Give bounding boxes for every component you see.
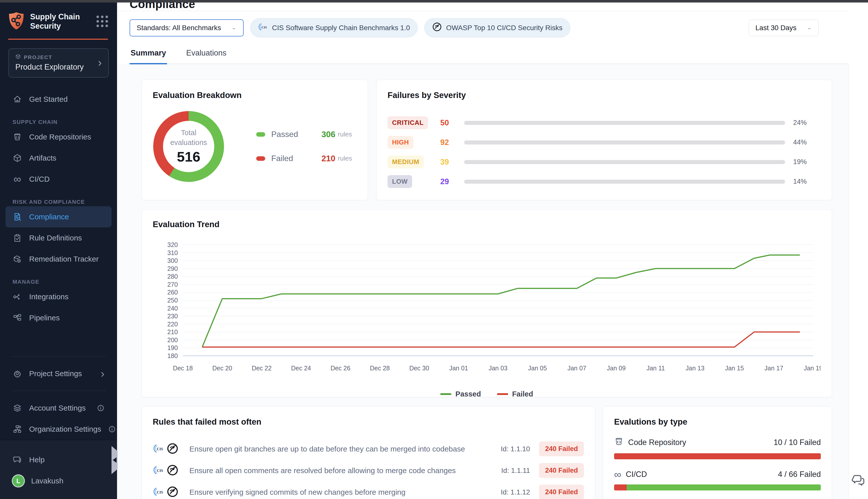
sidebar-item-artifacts[interactable]: Artifacts (5, 147, 112, 169)
svg-text:250: 250 (167, 297, 178, 304)
sidebar-item-help[interactable]: Help (5, 449, 112, 470)
svg-text:Dec 26: Dec 26 (331, 365, 350, 372)
cis-logo-icon: CIS (153, 464, 164, 477)
help-chat-icon (13, 455, 22, 465)
pipelines-icon (13, 313, 22, 322)
cis-logo-icon: CIS (153, 486, 164, 499)
evalutions-by-type-card: Evalutions by type Code Repository (603, 406, 832, 499)
card-title: Evaluation Trend (153, 220, 821, 229)
svg-text:Jan 17: Jan 17 (765, 365, 783, 372)
sidebar-item-cicd[interactable]: ∞ CI/CD (5, 169, 112, 190)
severity-row-low: LOW 29 14% (387, 172, 821, 192)
severity-count: 50 (440, 118, 464, 127)
svg-text:Jan 13: Jan 13 (686, 365, 705, 372)
page-header: Compliance (117, 2, 849, 11)
failed-count-badge: 240 Failed (539, 485, 584, 499)
trend-legend: Passed Failed (153, 390, 821, 398)
project-eyebrow: PROJECT (24, 54, 52, 60)
severity-rows: CRITICAL 50 24% HIGH 92 44% MEDIUM (387, 113, 821, 192)
evaluation-breakdown-donut: Total evaluations 516 (153, 111, 224, 182)
sidebar-item-pipelines[interactable]: Pipelines (5, 307, 112, 328)
svg-text:220: 220 (167, 320, 178, 327)
rules-failed-card: Rules that failed most often CIS Ensure … (141, 406, 595, 499)
compliance-doc-icon (13, 212, 22, 222)
svg-text:Dec 28: Dec 28 (370, 365, 390, 372)
sidebar-user[interactable]: L Lavakush (5, 470, 112, 491)
sidebar-section-risk-compliance: RISK AND COMPLIANCE (13, 199, 112, 205)
sidebar-item-account-settings[interactable]: Account Settings (5, 398, 112, 418)
main-content: Compliance Standards: All Benchmarks ⌄ C… (117, 2, 868, 499)
sidebar-item-get-started[interactable]: Get Started (5, 89, 112, 110)
svg-text:180: 180 (167, 352, 178, 359)
tab-evaluations[interactable]: Evaluations (185, 42, 227, 64)
layers-gear-icon (13, 403, 22, 413)
brand-accent-divider (8, 39, 108, 40)
sidebar: Supply Chain Security PROJECT Product Ex… (0, 2, 117, 499)
artifact-cube-icon (13, 153, 22, 163)
window-top-strip (0, 0, 868, 2)
chevron-down-icon: ⌄ (231, 25, 237, 31)
severity-count: 39 (440, 158, 464, 167)
sidebar-item-organization-settings[interactable]: Organization Settings (5, 418, 112, 440)
severity-badge: LOW (387, 175, 412, 188)
infinity-icon: ∞ (13, 174, 22, 184)
svg-text:Jan 03: Jan 03 (488, 365, 507, 372)
cis-logo-icon: CIS (258, 22, 268, 34)
sidebar-item-compliance[interactable]: Compliance (5, 206, 112, 227)
chat-widget-button[interactable] (852, 473, 866, 488)
bytype-bar (614, 453, 821, 459)
rule-row[interactable]: CIS Ensure verifying signed commits of n… (153, 482, 584, 499)
info-icon[interactable] (108, 425, 116, 433)
integrations-icon (13, 292, 22, 302)
project-switcher[interactable]: PROJECT Product Exploratory › (8, 48, 109, 78)
date-range-dropdown[interactable]: Last 30 Days ⌄ (749, 20, 819, 36)
svg-text:Dec 22: Dec 22 (252, 365, 272, 372)
svg-text:320: 320 (167, 241, 178, 248)
severity-row-high: HIGH 92 44% (387, 133, 821, 152)
svg-text:Jan 19: Jan 19 (804, 365, 821, 372)
sidebar-section-supply-chain: SUPPLY CHAIN (13, 119, 112, 125)
page-title: Compliance (129, 2, 849, 11)
tab-summary[interactable]: Summary (129, 42, 167, 64)
svg-text:240: 240 (167, 305, 178, 312)
svg-text:210: 210 (167, 328, 178, 336)
remediation-box-icon (13, 254, 22, 264)
svg-text:Dec 18: Dec 18 (173, 365, 193, 372)
passed-count: 306 (322, 130, 335, 139)
bytype-row-code-repository: Code Repository 10 / 10 Failed (614, 437, 821, 459)
code-repository-icon (13, 132, 22, 142)
bytype-row-cicd: ∞ CI/CD 4 / 66 Failed (614, 469, 821, 490)
app-grid-icon[interactable] (97, 15, 108, 27)
severity-count: 29 (440, 177, 464, 186)
app-screen: Supply Chain Security PROJECT Product Ex… (0, 0, 868, 499)
sidebar-nav: Get Started SUPPLY CHAIN Code Repositori… (0, 89, 117, 350)
sidebar-item-rule-definitions[interactable]: Rule Definitions (5, 227, 112, 248)
bytype-value: 10 / 10 Failed (773, 438, 821, 447)
svg-text:230: 230 (167, 313, 178, 320)
severity-bar-track (464, 141, 785, 145)
rule-row[interactable]: CIS Ensure all open comments are resolve… (153, 460, 584, 482)
svg-text:Jan 11: Jan 11 (646, 365, 665, 372)
rule-id: Id: 1.1.12 (490, 488, 530, 496)
svg-text:Jan 09: Jan 09 (607, 365, 625, 372)
svg-text:290: 290 (167, 265, 178, 272)
infinity-icon: ∞ (614, 469, 621, 479)
passed-line-swatch (440, 393, 451, 395)
info-icon[interactable] (97, 404, 104, 412)
divider (11, 391, 106, 391)
sidebar-item-integrations[interactable]: Integrations (5, 286, 112, 307)
sidebar-item-project-settings[interactable]: Project Settings › (5, 363, 112, 384)
home-icon (13, 95, 22, 104)
donut-legend: Passed 306 rules Failed 210 rules (256, 130, 352, 163)
sidebar-item-code-repositories[interactable]: Code Repositories (5, 126, 112, 147)
rule-row[interactable]: CIS Ensure open git branches are up to d… (153, 438, 584, 460)
chip-owasp-top10[interactable]: OWASP Top 10 CI/CD Security Risks (424, 18, 570, 37)
chip-cis-benchmarks[interactable]: CIS CIS Software Supply Chain Benchmarks… (250, 18, 418, 37)
legend-failed: Failed 210 rules (256, 154, 352, 163)
sidebar-item-remediation-tracker[interactable]: Remediation Tracker (5, 248, 112, 270)
failed-line-swatch (497, 393, 508, 395)
severity-badge: HIGH (387, 136, 413, 149)
card-title: Evalutions by type (614, 417, 821, 427)
evaluation-trend-card: Evaluation Trend 32031030029028027026025… (141, 209, 832, 397)
standards-dropdown[interactable]: Standards: All Benchmarks ⌄ (129, 19, 244, 36)
